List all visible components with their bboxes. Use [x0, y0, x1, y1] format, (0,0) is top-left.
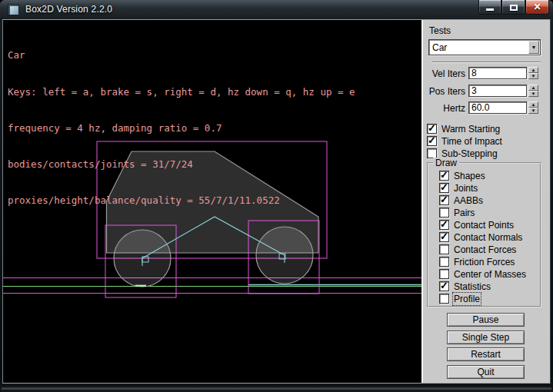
tests-dropdown-value: Car	[432, 42, 447, 53]
draw-group: Draw ✓ Shapes ✓ Joints ✓ AABBs Pairs	[427, 162, 541, 307]
pos-iters-label: Pos Iters	[423, 86, 465, 97]
checkbox-box[interactable]: ✓	[439, 220, 449, 230]
hertz-label: Hertz	[423, 103, 465, 114]
chevron-down-icon: ▼	[531, 45, 537, 50]
checkbox-label: AABBs	[454, 195, 483, 206]
checkbox-box[interactable]: ✓	[439, 281, 449, 291]
client-area: Car Keys: left = a, brake = s, right = d…	[2, 19, 551, 384]
check-icon: ✓	[428, 135, 436, 146]
window-title: Box2D Version 2.2.0	[25, 4, 112, 15]
tests-label: Tests	[429, 25, 451, 36]
simulation-canvas[interactable]: Car Keys: left = a, brake = s, right = d…	[3, 20, 421, 383]
hertz-spinner: ▲ ▼	[528, 101, 538, 114]
info-line: bodies/contacts/joints = 31/7/24	[8, 158, 355, 171]
hertz-down-button[interactable]: ▼	[528, 108, 538, 114]
checkbox-label: Time of Impact	[441, 136, 502, 147]
arrow-down-icon: ▼	[531, 74, 536, 78]
pos-iters-down-button[interactable]: ▼	[528, 91, 538, 97]
close-icon: ✕	[533, 1, 541, 14]
info-line: Car	[8, 49, 355, 61]
check-icon: ✓	[440, 194, 448, 205]
check-icon: ✓	[428, 122, 436, 134]
checkbox-box[interactable]: ✓	[439, 183, 449, 193]
maximize-button[interactable]	[501, 0, 525, 15]
tests-dropdown[interactable]: Car ▼	[428, 39, 541, 55]
quit-button[interactable]: Quit	[447, 365, 525, 379]
app-window: Box2D Version 2.2.0 ✕	[0, 0, 553, 392]
pos-iters-spinner: ▲ ▼	[528, 85, 538, 97]
info-line: Keys: left = a, brake = s, right = d, hz…	[8, 86, 355, 98]
separator-line	[432, 61, 541, 63]
checkbox-box[interactable]	[439, 269, 449, 279]
title-bar[interactable]: Box2D Version 2.2.0 ✕	[0, 0, 553, 19]
arrow-down-icon: ▼	[531, 108, 536, 113]
maximize-icon	[510, 5, 518, 11]
checkbox-label: Contact Points	[454, 220, 514, 231]
check-icon: ✓	[440, 169, 448, 181]
pos-iters-input[interactable]	[468, 85, 527, 97]
vel-iters-up-button[interactable]: ▲	[528, 67, 538, 73]
check-icon: ✓	[440, 280, 448, 291]
check-icon: ✓	[440, 231, 448, 242]
checkbox-label: Contact Forces	[454, 244, 516, 255]
vel-iters-down-button[interactable]: ▼	[528, 73, 538, 79]
checkbox-box[interactable]: ✓	[439, 195, 449, 205]
info-line: proxies/height/balance/quality = 55/7/1/…	[8, 194, 355, 207]
checkbox-box[interactable]: ✓	[427, 124, 437, 134]
checkbox-box[interactable]	[439, 208, 449, 218]
arrow-up-icon: ▲	[531, 85, 536, 90]
checkbox-label: Statistics	[454, 281, 491, 292]
checkbox-label: Contact Normals	[454, 232, 522, 243]
checkbox-label: Shapes	[454, 171, 485, 181]
checkbox-label: Joints	[454, 183, 478, 194]
info-line: frequency = 4 hz, damping ratio = 0.7	[8, 122, 355, 135]
close-button[interactable]: ✕	[525, 0, 549, 15]
vel-iters-label: Vel Iters	[423, 68, 465, 79]
checkbox-box[interactable]	[439, 244, 449, 254]
checkbox-label: Profile	[454, 294, 480, 304]
checkbox-box[interactable]	[439, 294, 449, 304]
checkbox-label: Pairs	[454, 208, 475, 218]
single-step-button[interactable]: Single Step	[447, 331, 525, 344]
checkbox-box[interactable]: ✓	[439, 171, 449, 181]
restart-button[interactable]: Restart	[447, 347, 525, 361]
checkbox-label: Warm Starting	[441, 124, 500, 135]
arrow-down-icon: ▼	[531, 91, 536, 96]
arrow-up-icon: ▲	[531, 68, 536, 72]
hertz-input[interactable]	[468, 101, 527, 114]
window-border-sheen	[2, 387, 551, 390]
checkbox-box[interactable]: ✓	[439, 232, 449, 242]
draw-group-label: Draw	[433, 158, 459, 168]
vel-iters-input[interactable]	[468, 67, 527, 79]
check-icon: ✓	[440, 218, 448, 230]
debug-info-text: Car Keys: left = a, brake = s, right = d…	[8, 25, 355, 231]
arrow-up-icon: ▲	[531, 102, 536, 107]
vel-iters-spinner: ▲ ▼	[528, 67, 538, 79]
checkbox-label: Center of Masses	[454, 269, 526, 280]
checkbox-box[interactable]	[439, 257, 449, 267]
checkbox-label: Friction Forces	[454, 257, 515, 267]
pos-iters-up-button[interactable]: ▲	[528, 85, 538, 91]
minimize-button[interactable]	[478, 0, 501, 15]
app-icon	[8, 4, 19, 15]
hertz-up-button[interactable]: ▲	[528, 101, 538, 108]
check-icon: ✓	[440, 181, 448, 193]
control-panel: Tests Car ▼ Vel Iters ▲ ▼ Pos Iters ▲ ▼	[421, 20, 550, 383]
caption-buttons: ✕	[478, 0, 549, 15]
tests-dropdown-button[interactable]: ▼	[528, 41, 539, 54]
minimize-icon	[486, 8, 494, 11]
checkbox-box[interactable]: ✓	[427, 136, 437, 146]
pause-button[interactable]: Pause	[447, 313, 525, 327]
